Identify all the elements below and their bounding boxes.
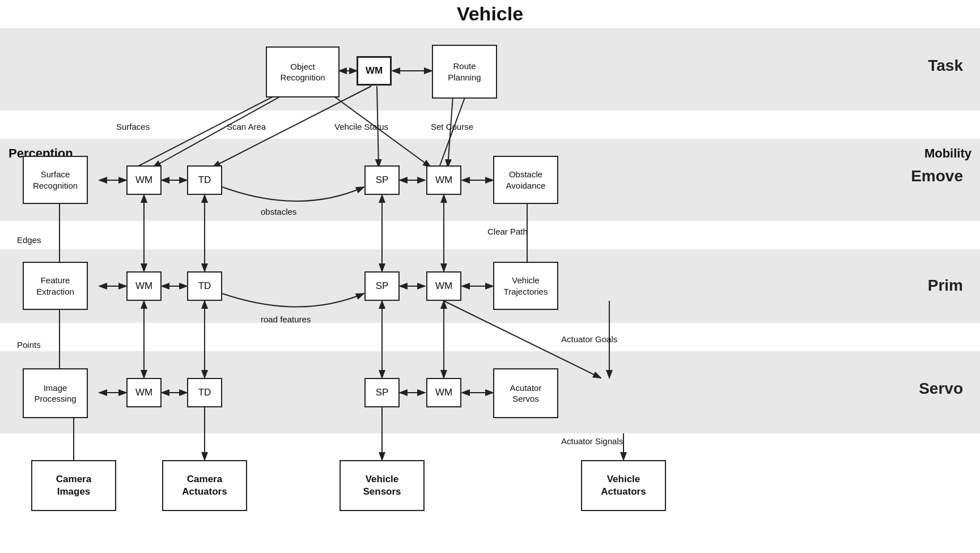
box-wm-prim-left: WM: [126, 271, 162, 301]
box-wm-servo-right: WM: [426, 378, 461, 407]
box-vehicle-actuators: VehicleActuators: [581, 460, 666, 511]
label-obstacles: obstacles: [261, 207, 296, 216]
label-task: Task: [928, 57, 963, 75]
box-image-processing: ImageProcessing: [23, 368, 88, 418]
label-points: Points: [17, 340, 41, 350]
box-object-recognition: ObjectRecognition: [266, 46, 340, 97]
box-td-emove: TD: [187, 165, 222, 195]
box-td-servo: TD: [187, 378, 222, 407]
diagram-container: Vehicle Task Emove Prim Servo Perception…: [0, 0, 980, 553]
label-actuator-signals: Actuator Signals: [561, 436, 623, 446]
box-vehicle-trajectories: VehicleTrajectories: [493, 262, 558, 310]
label-scan-area: Scan Area: [227, 122, 266, 131]
label-clear-path: Clear Path: [487, 227, 528, 236]
box-sp-prim: SP: [364, 271, 400, 301]
label-vehicle-status: Vehcile Status: [334, 122, 388, 131]
box-vehicle-sensors: VehicleSensors: [340, 460, 425, 511]
label-actuator-goals: Actuator Goals: [561, 334, 617, 344]
mobility-label: Mobility: [924, 146, 971, 161]
label-set-course: Set Course: [431, 122, 473, 131]
box-sp-servo: SP: [364, 378, 400, 407]
main-title: Vehicle: [457, 3, 523, 25]
label-surfaces: Surfaces: [116, 122, 150, 131]
box-sp-emove: SP: [364, 165, 400, 195]
box-wm-emove-left: WM: [126, 165, 162, 195]
box-td-prim: TD: [187, 271, 222, 301]
box-obstacle-avoidance: ObstacleAvoidance: [493, 156, 558, 204]
box-wm-emove-right: WM: [426, 165, 461, 195]
box-wm-task: WM: [357, 56, 392, 86]
box-wm-servo-left: WM: [126, 378, 162, 407]
box-feature-extraction: FeatureExtraction: [23, 262, 88, 310]
label-prim: Prim: [928, 276, 963, 295]
label-emove: Emove: [911, 167, 963, 185]
label-servo: Servo: [919, 380, 963, 398]
box-surface-recognition: SurfaceRecognition: [23, 156, 88, 204]
label-edges: Edges: [17, 235, 41, 245]
box-camera-images: CameraImages: [31, 460, 116, 511]
label-road-features: road features: [261, 314, 311, 324]
box-wm-prim-right: WM: [426, 271, 461, 301]
box-camera-actuators: CameraActuators: [162, 460, 247, 511]
box-actuator-servos: AcutatorServos: [493, 368, 558, 418]
box-route-planning: RoutePlanning: [432, 45, 497, 99]
